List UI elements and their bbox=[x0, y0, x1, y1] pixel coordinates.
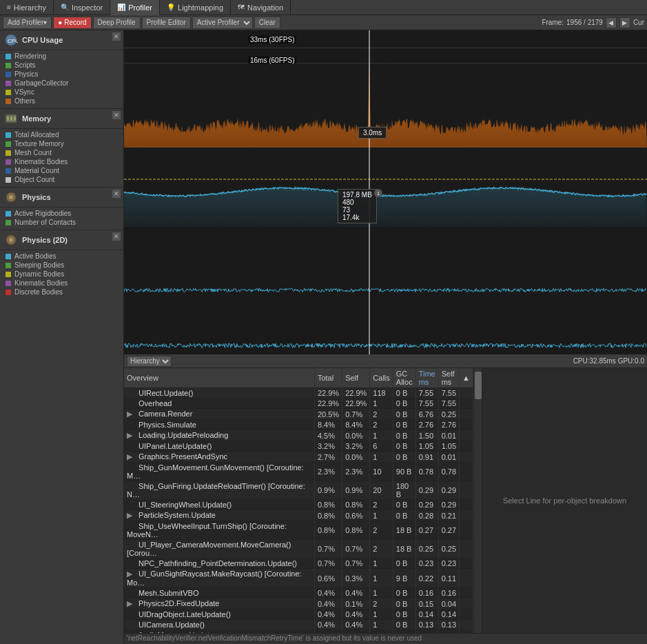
cell-self-ms: 0.13 bbox=[438, 620, 459, 630]
tab-lightmapping[interactable]: 💡 Lightmapping bbox=[160, 0, 231, 15]
physics-section-header[interactable]: Physics ✕ bbox=[0, 188, 123, 208]
cell-name: ▶ UI_GunSightRaycast.MakeRaycast() [Coro… bbox=[124, 569, 314, 588]
profiler-toolbar: Add Profiler ▾ ● Record Deep Profile Pro… bbox=[0, 15, 647, 30]
table-row[interactable]: UI_SteeringWheel.Update() 0.8% 0.8% 2 0 … bbox=[124, 500, 473, 510]
table-row[interactable]: UICamera.Update() 0.4% 0.4% 1 0 B 0.13 0… bbox=[124, 620, 473, 630]
legend-active-bodies: Active Bodies bbox=[6, 252, 123, 261]
cell-total: 22.9% bbox=[314, 399, 342, 409]
legend-rendering: Rendering bbox=[6, 52, 123, 61]
cell-time-ms: 6.76 bbox=[415, 409, 438, 420]
table-row[interactable]: UI_Player_CameraMovement.MoveCamera() [C… bbox=[124, 540, 473, 559]
cell-self: 0.7% bbox=[342, 409, 370, 420]
cell-gc-alloc: 0 B bbox=[393, 420, 415, 430]
cell-name: Mesh.SubmitVBO bbox=[124, 588, 314, 598]
expand-btn[interactable]: ▶ bbox=[127, 431, 135, 440]
expand-btn[interactable]: ▶ bbox=[127, 599, 135, 608]
cell-empty bbox=[460, 441, 473, 452]
cell-self: 0.8% bbox=[342, 521, 370, 540]
bottom-panel: Hierarchy CPU:32.85ms GPU:0.0 Overview T… bbox=[124, 354, 647, 633]
table-row[interactable]: ▶ Camera.Render 20.5% 0.7% 2 0 B 6.76 0.… bbox=[124, 409, 473, 420]
tab-navigation[interactable]: 🗺 Navigation bbox=[231, 0, 291, 15]
cpu-section-header[interactable]: CPU CPU Usage ✕ bbox=[0, 30, 123, 50]
table-row[interactable]: ▶ UI_GunSightRaycast.MakeRaycast() [Coro… bbox=[124, 569, 473, 588]
table-row[interactable]: ▶ ParticleSystem.Update 0.8% 0.6% 1 0 B … bbox=[124, 510, 473, 521]
scroll-thumb[interactable] bbox=[475, 372, 482, 399]
add-profiler-button[interactable]: Add Profiler ▾ bbox=[3, 17, 52, 29]
table-row[interactable]: Ship_GunFiring.UpdateReloadTimer() [Coro… bbox=[124, 481, 473, 500]
clear-button[interactable]: Clear bbox=[254, 17, 280, 29]
cell-empty bbox=[460, 521, 473, 540]
profile-editor-button[interactable]: Profile Editor bbox=[142, 17, 191, 29]
tab-inspector[interactable]: 🔍 Inspector bbox=[54, 0, 110, 15]
cell-self-ms: 0.25 bbox=[438, 540, 459, 559]
record-button[interactable]: ● Record bbox=[53, 17, 91, 29]
col-self-ms[interactable]: Self ms bbox=[438, 368, 459, 388]
cell-total: 0.9% bbox=[314, 481, 342, 500]
cell-total: 0.4% bbox=[314, 598, 342, 610]
tab-hierarchy[interactable]: ≡ Hierarchy bbox=[0, 0, 54, 15]
table-container[interactable]: Overview Total Self Calls GC Alloc Time … bbox=[124, 368, 473, 633]
expand-btn[interactable]: ▶ bbox=[127, 570, 135, 578]
cell-name: NPC_Pathfinding_PointDetermination.Updat… bbox=[124, 559, 314, 569]
table-row[interactable]: UIRect.Update() 22.9% 22.9% 118 0 B 7.55… bbox=[124, 388, 473, 399]
memory-close-button[interactable]: ✕ bbox=[112, 111, 121, 119]
cell-empty bbox=[460, 420, 473, 430]
table-row[interactable]: Physics.Simulate 8.4% 8.4% 2 0 B 2.76 2.… bbox=[124, 420, 473, 430]
vsync-dot bbox=[6, 90, 11, 95]
cell-time-ms: 2.76 bbox=[415, 420, 438, 430]
frame-next-button[interactable]: ▶ bbox=[619, 17, 630, 28]
col-sort-indicator[interactable]: ▲ bbox=[460, 368, 473, 388]
physics2d-close-button[interactable]: ✕ bbox=[112, 232, 121, 241]
physics-canvas bbox=[124, 227, 647, 299]
legend-material-count: Material Count bbox=[6, 166, 123, 175]
frame-prev-button[interactable]: ◀ bbox=[606, 17, 617, 28]
cell-self-ms: 0.29 bbox=[438, 481, 459, 500]
physics-close-button[interactable]: ✕ bbox=[112, 190, 121, 198]
deep-profile-button[interactable]: Deep Profile bbox=[93, 17, 141, 29]
table-row[interactable]: Ship_GunMovement.GunMovement() [Coroutin… bbox=[124, 463, 473, 481]
scroll-track[interactable] bbox=[473, 368, 482, 633]
cell-total: 0.4% bbox=[314, 620, 342, 630]
expand-btn[interactable]: ▶ bbox=[127, 410, 135, 419]
table-row[interactable]: UIPanel.LateUpdate() 3.2% 3.2% 6 0 B 1.0… bbox=[124, 441, 473, 452]
col-gc-alloc[interactable]: GC Alloc bbox=[393, 368, 415, 388]
cell-time-ms: 0.28 bbox=[415, 510, 438, 521]
cpu-chart[interactable]: 33ms (30FPS) 16ms (60FPS) 3.0ms bbox=[124, 30, 647, 148]
table-row[interactable]: NPC_Pathfinding_PointDetermination.Updat… bbox=[124, 559, 473, 569]
cell-calls: 20 bbox=[370, 481, 393, 500]
cell-name: ▶ Physics2D.FixedUpdate bbox=[124, 598, 314, 610]
table-row[interactable]: ▶ Physics2D.FixedUpdate 0.4% 0.1% 2 0 B … bbox=[124, 598, 473, 610]
cell-self-ms: 0.25 bbox=[438, 409, 459, 420]
cell-empty bbox=[460, 409, 473, 420]
physics2d-section-header[interactable]: Physics (2D) ✕ bbox=[0, 230, 123, 250]
col-overview[interactable]: Overview bbox=[124, 368, 314, 388]
cell-time-ms: 0.27 bbox=[415, 521, 438, 540]
cell-self: 0.4% bbox=[342, 588, 370, 598]
col-self[interactable]: Self bbox=[342, 368, 370, 388]
tab-profiler[interactable]: 📊 Profiler bbox=[110, 0, 160, 15]
col-total[interactable]: Total bbox=[314, 368, 342, 388]
legend-scripts: Scripts bbox=[6, 61, 123, 70]
table-row[interactable]: ▶ Loading.UpdatePreloading 4.5% 0.0% 1 0… bbox=[124, 430, 473, 441]
legend-texture-memory: Texture Memory bbox=[6, 139, 123, 148]
cpu-close-button[interactable]: ✕ bbox=[112, 32, 121, 41]
physics2d-chart[interactable] bbox=[124, 299, 647, 354]
rendering-dot bbox=[6, 54, 11, 59]
expand-btn[interactable]: ▶ bbox=[127, 511, 135, 520]
memory-chart[interactable]: 197.8 MB 480 73 17.4k 1 bbox=[124, 148, 647, 227]
cell-self: 0.4% bbox=[342, 610, 370, 620]
physics-chart[interactable] bbox=[124, 227, 647, 299]
active-profiler-select[interactable]: Active Profiler bbox=[192, 17, 253, 29]
hierarchy-select[interactable]: Hierarchy bbox=[127, 356, 172, 367]
frame-marker: 1 bbox=[374, 189, 382, 197]
col-time-ms[interactable]: Time ms bbox=[415, 368, 438, 388]
col-calls[interactable]: Calls bbox=[370, 368, 393, 388]
legend-vsync: VSync bbox=[6, 88, 123, 97]
table-row[interactable]: Overhead 22.9% 22.9% 1 0 B 7.55 7.55 bbox=[124, 399, 473, 409]
table-row[interactable]: UIDragObject.LateUpdate() 0.4% 0.4% 1 0 … bbox=[124, 610, 473, 620]
table-row[interactable]: Ship_UseWheelInput.TurnShip() [Coroutine… bbox=[124, 521, 473, 540]
table-row[interactable]: Mesh.SubmitVBO 0.4% 0.4% 1 0 B 0.16 0.16 bbox=[124, 588, 473, 598]
expand-btn[interactable]: ▶ bbox=[127, 452, 135, 461]
memory-section-header[interactable]: Memory ✕ bbox=[0, 109, 123, 129]
table-row[interactable]: ▶ Graphics.PresentAndSync 2.7% 0.0% 1 0 … bbox=[124, 452, 473, 463]
